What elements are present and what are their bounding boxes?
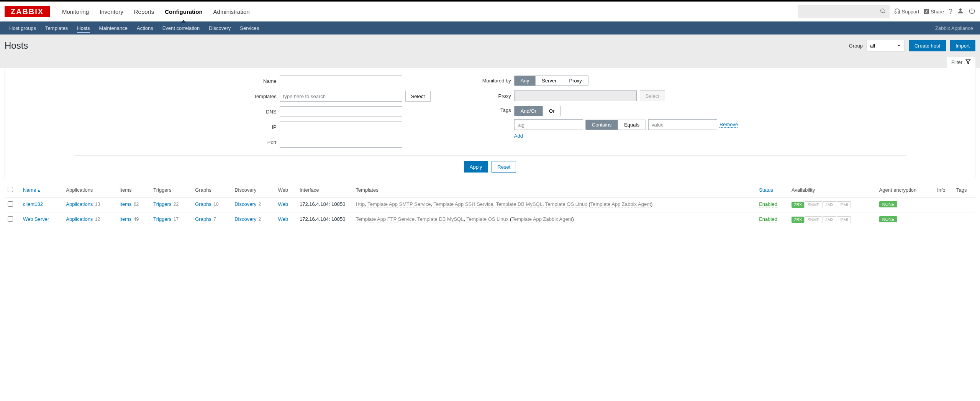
host-name-link[interactable]: client132 — [23, 201, 43, 207]
col-discovery: Discovery — [231, 183, 275, 197]
name-input[interactable] — [280, 76, 402, 86]
discovery-link[interactable]: Discovery — [234, 216, 256, 222]
host-name-link[interactable]: Web Server — [23, 216, 49, 222]
graphs-link[interactable]: Graphs — [195, 201, 211, 207]
template-link[interactable]: Template OS Linux — [466, 216, 508, 222]
templates-label: Templates — [242, 94, 277, 99]
template-link[interactable]: Template App Zabbix Agent — [590, 201, 651, 207]
main-nav-monitoring[interactable]: Monitoring — [57, 1, 94, 22]
create-host-button[interactable]: Create host — [909, 40, 946, 51]
status-link[interactable]: Enabled — [759, 216, 777, 222]
power-icon[interactable] — [969, 7, 975, 16]
sub-nav-services[interactable]: Services — [235, 21, 264, 35]
top-right: Support Z Share ? — [798, 5, 975, 18]
main-nav-configuration[interactable]: Configuration — [159, 1, 208, 22]
row-checkbox[interactable] — [8, 216, 13, 222]
availability-cell: ZBXSNMPJMXIPMI — [788, 197, 876, 212]
monitored-seg-opt-server[interactable]: Server — [536, 76, 563, 85]
port-input[interactable] — [280, 137, 402, 148]
tag-match-seg-opt-equals[interactable]: Equals — [618, 120, 646, 130]
apply-button[interactable]: Apply — [464, 161, 488, 173]
dns-input[interactable] — [280, 106, 402, 117]
templates-input[interactable] — [280, 91, 402, 102]
template-link[interactable]: Http — [356, 201, 365, 207]
discovery-link[interactable]: Discovery — [234, 201, 256, 207]
triggers-count: 22 — [172, 202, 179, 207]
monitored-seg-opt-proxy[interactable]: Proxy — [563, 76, 588, 85]
status-link[interactable]: Enabled — [759, 201, 777, 207]
monitored-segment: AnyServerProxy — [514, 76, 588, 86]
graphs-link[interactable]: Graphs — [195, 216, 211, 222]
select-all-checkbox[interactable] — [8, 187, 13, 192]
logo[interactable]: ZABBIX — [5, 6, 50, 17]
search-wrap — [798, 5, 890, 18]
template-link[interactable]: Template App Zabbix Agent — [511, 216, 572, 222]
sub-nav-templates[interactable]: Templates — [41, 21, 72, 35]
svg-line-1 — [884, 12, 885, 13]
tag-match-seg-opt-contains[interactable]: Contains — [586, 120, 618, 130]
availability-cell: ZBXSNMPJMXIPMI — [788, 212, 876, 227]
template-link[interactable]: Template DB MySQL — [417, 216, 464, 222]
search-input[interactable] — [798, 5, 890, 18]
tags-mode-seg-opt-or[interactable]: Or — [543, 106, 560, 116]
hosts-table: Name▲ApplicationsItemsTriggersGraphsDisc… — [5, 183, 975, 227]
sub-nav-event-correlation[interactable]: Event correlation — [158, 21, 205, 35]
web-link[interactable]: Web — [278, 201, 288, 207]
templates-select-button[interactable]: Select — [405, 91, 431, 102]
table-row: Web ServerApplications 12Items 49Trigger… — [5, 212, 975, 227]
monitored-seg-opt-any[interactable]: Any — [515, 76, 536, 85]
template-link[interactable]: Template OS Linux — [545, 201, 587, 207]
info-cell — [934, 212, 953, 227]
filter-tab-row: Filter — [0, 57, 980, 68]
items-link[interactable]: Items — [120, 201, 132, 207]
tag-value-input[interactable] — [648, 119, 717, 130]
funnel-icon — [965, 59, 971, 66]
template-link[interactable]: Template DB MySQL — [496, 201, 542, 207]
col-name[interactable]: Name▲ — [20, 183, 63, 197]
main-nav-administration[interactable]: Administration — [208, 1, 255, 22]
web-link[interactable]: Web — [278, 216, 288, 222]
template-link[interactable]: Template App SSH Service — [433, 201, 493, 207]
avail-badge-jmx: JMX — [823, 201, 836, 208]
template-link[interactable]: Template App SMTP Service — [367, 201, 431, 207]
main-nav-reports[interactable]: Reports — [129, 1, 160, 22]
items-link[interactable]: Items — [120, 216, 132, 222]
ip-input[interactable] — [280, 122, 402, 132]
page-title: Hosts — [5, 40, 28, 51]
filter-tab[interactable]: Filter — [947, 57, 975, 68]
proxy-label: Proxy — [477, 93, 511, 99]
col-status[interactable]: Status — [756, 183, 788, 197]
tags-mode-seg-opt-andor[interactable]: And/Or — [515, 106, 543, 116]
sort-asc-icon: ▲ — [37, 188, 41, 192]
discovery-count: 2 — [257, 217, 261, 222]
add-tag-link[interactable]: Add — [514, 133, 523, 139]
page-bar-right: Group all Create host Import — [849, 40, 975, 51]
sub-nav-discovery[interactable]: Discovery — [204, 21, 235, 35]
search-icon[interactable] — [880, 8, 886, 15]
triggers-link[interactable]: Triggers — [153, 201, 171, 207]
triggers-link[interactable]: Triggers — [153, 216, 171, 222]
sub-nav-actions[interactable]: Actions — [132, 21, 158, 35]
share-link[interactable]: Z Share — [924, 9, 944, 15]
apps-link[interactable]: Applications — [66, 201, 93, 207]
group-select[interactable]: all — [867, 40, 905, 51]
remove-tag-link[interactable]: Remove — [719, 122, 738, 128]
sub-nav-maintenance[interactable]: Maintenance — [95, 21, 132, 35]
reset-button[interactable]: Reset — [492, 161, 516, 173]
support-link[interactable]: Support — [894, 8, 919, 15]
apps-link[interactable]: Applications — [66, 216, 93, 222]
tags-label: Tags — [477, 107, 511, 113]
sub-nav-host-groups[interactable]: Host groups — [5, 21, 41, 35]
col-info: Info — [934, 183, 953, 197]
tag-name-input[interactable] — [514, 119, 583, 130]
import-button[interactable]: Import — [950, 40, 975, 51]
row-checkbox[interactable] — [8, 201, 13, 207]
main-nav-inventory[interactable]: Inventory — [94, 1, 129, 22]
user-icon[interactable] — [957, 7, 964, 16]
template-link[interactable]: Template App FTP Service — [356, 216, 415, 222]
svg-point-0 — [880, 9, 884, 12]
sub-nav-hosts[interactable]: Hosts — [72, 21, 94, 35]
apps-count: 13 — [93, 202, 100, 207]
graphs-count: 7 — [212, 217, 216, 222]
help-icon[interactable]: ? — [949, 8, 952, 16]
